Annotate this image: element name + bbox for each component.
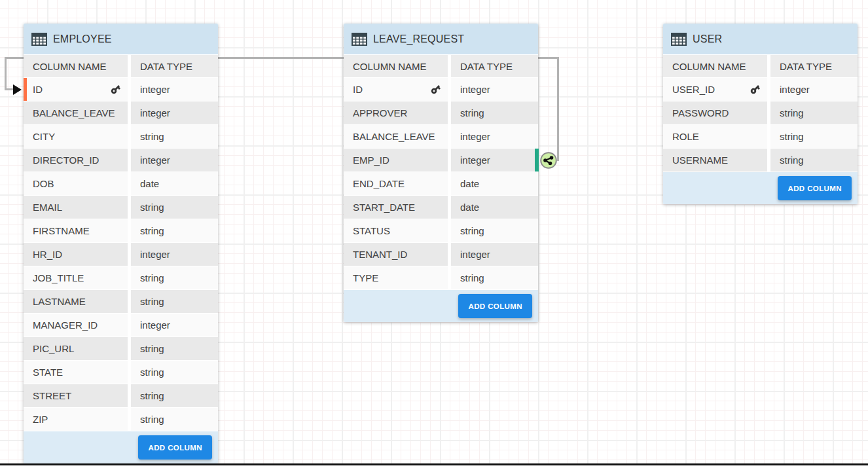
table-row[interactable]: ZIP string (24, 408, 218, 431)
table-row[interactable]: TENANT_ID integer (344, 243, 538, 266)
table-row[interactable]: APPROVER string (344, 101, 538, 125)
table-row[interactable]: HR_ID integer (24, 243, 218, 266)
table-row[interactable]: ROLE string (663, 125, 858, 149)
column-name: EMP_ID (353, 154, 389, 166)
column-type: string (780, 154, 804, 166)
column-name: JOB_TITLE (33, 272, 84, 283)
table-row[interactable]: BALANCE_LEAVE integer (344, 125, 538, 149)
column-header-row: COLUMN NAME DATA TYPE (24, 54, 218, 78)
add-column-button[interactable]: ADD COLUMN (778, 176, 852, 200)
add-column-button[interactable]: ADD COLUMN (138, 435, 212, 460)
column-name: BALANCE_LEAVE (353, 131, 435, 142)
table-row[interactable]: STATUS string (344, 219, 538, 243)
data-type-header: DATA TYPE (451, 54, 538, 78)
column-name: STATUS (353, 225, 390, 236)
column-name-cell: EMAIL (24, 196, 128, 219)
column-type: string (460, 225, 484, 236)
table-row[interactable]: EMP_ID integer (344, 149, 538, 172)
column-name: BALANCE_LEAVE (33, 107, 115, 118)
table-row[interactable]: END_DATE date (344, 172, 538, 196)
table-row[interactable]: START_DATE date (344, 196, 538, 219)
data-type-cell: date (131, 172, 218, 196)
data-type-cell: string (770, 125, 858, 149)
table-header[interactable]: EMPLOYEE (24, 24, 218, 54)
column-name: END_DATE (353, 178, 405, 189)
table-header[interactable]: USER (663, 24, 858, 54)
relationship-line-segment[interactable] (557, 57, 559, 161)
data-type-cell: integer (131, 78, 218, 101)
column-type: integer (140, 84, 170, 95)
table-row[interactable]: ID integer (24, 78, 218, 101)
column-type: string (140, 367, 164, 378)
column-name: USER_ID (672, 84, 715, 95)
column-type: string (140, 225, 164, 236)
data-type-cell: integer (131, 149, 218, 172)
table-row[interactable]: STREET string (24, 384, 218, 408)
diagram-canvas[interactable]: { "labels": { "column_name_header": "COL… (0, 0, 868, 470)
column-type: date (460, 178, 479, 189)
data-type-cell: string (131, 219, 218, 243)
table-grid-icon (671, 33, 687, 46)
column-type: string (140, 414, 164, 425)
column-name-cell: DOB (24, 172, 128, 196)
column-type: string (140, 296, 164, 307)
column-name: TYPE (353, 272, 378, 283)
table-row[interactable]: FIRSTNAME string (24, 219, 218, 243)
column-name-cell: LASTNAME (24, 290, 128, 314)
table-row[interactable]: USERNAME string (663, 149, 858, 172)
column-name: DOB (33, 178, 54, 189)
column-type: integer (460, 249, 490, 260)
table-row[interactable]: STATE string (24, 361, 218, 384)
data-type-cell: string (131, 337, 218, 361)
column-name-cell: STATE (24, 361, 128, 384)
data-type-cell: string (131, 408, 218, 431)
primary-key-icon (750, 84, 761, 95)
column-header-row: COLUMN NAME DATA TYPE (663, 54, 858, 78)
column-header-row: COLUMN NAME DATA TYPE (344, 54, 538, 78)
column-type: integer (460, 131, 490, 142)
primary-key-icon (110, 84, 121, 95)
add-column-button[interactable]: ADD COLUMN (458, 294, 532, 318)
table-row[interactable]: MANAGER_ID integer (24, 314, 218, 337)
data-type-cell: string (131, 266, 218, 290)
column-name-cell: HR_ID (24, 243, 128, 266)
column-name-cell: BALANCE_LEAVE (344, 125, 448, 149)
column-name-cell: STATUS (344, 219, 448, 243)
column-type: string (460, 107, 484, 118)
data-type-cell: string (131, 290, 218, 314)
data-type-cell: date (451, 196, 538, 219)
table-row[interactable]: PIC_URL string (24, 337, 218, 361)
column-type: date (140, 178, 159, 189)
column-name: ID (33, 84, 43, 95)
data-type-cell: string (131, 361, 218, 384)
table-title: USER (693, 33, 722, 45)
table-row[interactable]: JOB_TITLE string (24, 266, 218, 290)
table-grid-icon (352, 33, 367, 46)
data-type-cell: date (451, 172, 538, 196)
table-row[interactable]: DIRECTOR_ID integer (24, 149, 218, 172)
table-row[interactable]: TYPE string (344, 266, 538, 290)
table-row[interactable]: ID integer (344, 78, 538, 101)
column-name-cell: ID (24, 78, 128, 101)
table-row[interactable]: BALANCE_LEAVE integer (24, 101, 218, 125)
relationship-line-segment[interactable] (5, 57, 7, 90)
table-row[interactable]: LASTNAME string (24, 290, 218, 314)
column-type: string (780, 131, 804, 142)
data-type-cell: string (131, 196, 218, 219)
table-header[interactable]: LEAVE_REQUEST (344, 24, 538, 54)
relationship-node-icon[interactable] (540, 152, 557, 169)
data-type-cell: integer (131, 101, 218, 125)
column-name-cell: ID (344, 78, 448, 101)
table-row[interactable]: EMAIL string (24, 196, 218, 219)
table-row[interactable]: CITY string (24, 125, 218, 149)
table-row[interactable]: DOB date (24, 172, 218, 196)
column-name: PIC_URL (33, 343, 74, 354)
column-type: string (140, 343, 164, 354)
table-row[interactable]: USER_ID integer (663, 78, 858, 101)
table-row[interactable]: PASSWORD string (663, 101, 858, 125)
column-name-cell: START_DATE (344, 196, 448, 219)
relationship-arrow-endpoint[interactable] (13, 84, 22, 95)
column-name-cell: BALANCE_LEAVE (24, 101, 128, 125)
data-type-cell: string (770, 101, 858, 125)
column-name-cell: APPROVER (344, 101, 448, 125)
